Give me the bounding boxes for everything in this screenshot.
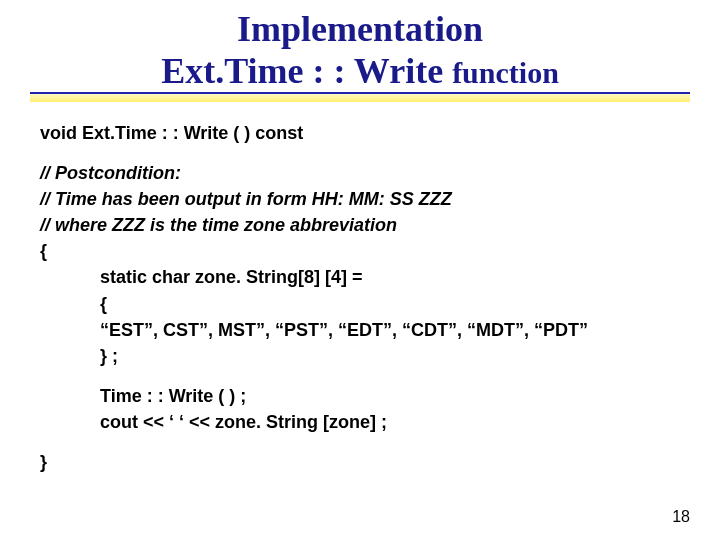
close-brace: } xyxy=(40,449,680,475)
title-line2-main: Ext.Time : : Write xyxy=(161,51,452,91)
title-line1: Implementation xyxy=(0,8,720,50)
title-underline xyxy=(30,92,690,102)
page-number: 18 xyxy=(672,508,690,526)
postcondition-line1: // Postcondition: xyxy=(40,160,680,186)
body-line3: “EST”, CST”, MST”, “PST”, “EDT”, “CDT”, … xyxy=(40,317,680,343)
body-line4: } ; xyxy=(40,343,680,369)
function-signature: void Ext.Time : : Write ( ) const xyxy=(40,120,680,146)
title-line2-func: function xyxy=(452,56,559,89)
title-line2: Ext.Time : : Write function xyxy=(0,50,720,92)
call-line2: cout << ‘ ‘ << zone. String [zone] ; xyxy=(40,409,680,435)
open-brace: { xyxy=(40,238,680,264)
body-line1: static char zone. String[8] [4] = xyxy=(40,264,680,290)
postcondition-line2: // Time has been output in form HH: MM: … xyxy=(40,186,680,212)
postcondition-line3: // where ZZZ is the time zone abbreviati… xyxy=(40,212,680,238)
yellow-highlight-bar xyxy=(30,94,690,102)
body-line2: { xyxy=(40,291,680,317)
code-content: void Ext.Time : : Write ( ) const // Pos… xyxy=(0,102,720,475)
call-line1: Time : : Write ( ) ; xyxy=(40,383,680,409)
slide-title: Implementation Ext.Time : : Write functi… xyxy=(0,0,720,92)
blue-underline xyxy=(30,92,690,94)
